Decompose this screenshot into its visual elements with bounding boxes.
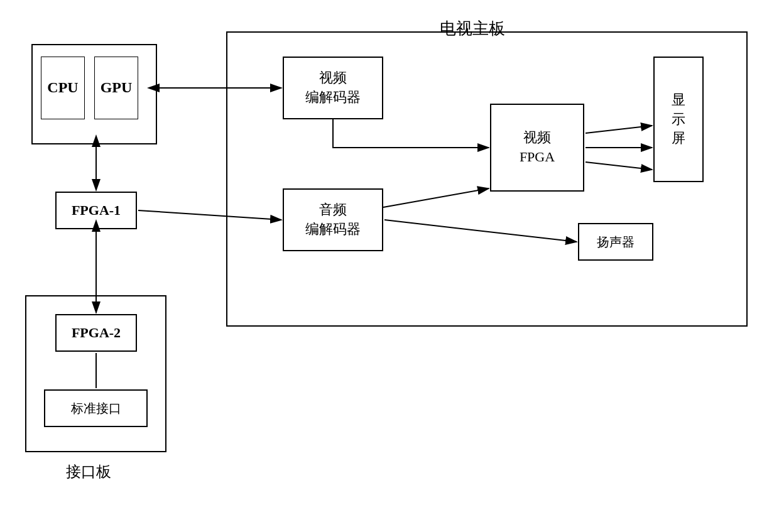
fpga2-box: FPGA-2 xyxy=(55,314,137,352)
diagram-container: 电视主板 CPU GPU FPGA-1 视频编解码器 音频编解码器 视频FPGA… xyxy=(13,13,766,521)
video-fpga-label: 视频FPGA xyxy=(520,128,555,167)
display-label: 显示屏 xyxy=(672,90,685,148)
fpga1-box: FPGA-1 xyxy=(55,192,137,229)
audio-codec-box: 音频编解码器 xyxy=(283,188,383,251)
speaker-box: 扬声器 xyxy=(578,223,653,261)
video-fpga-box: 视频FPGA xyxy=(490,104,584,192)
std-interface-box: 标准接口 xyxy=(44,389,148,427)
interface-board-label: 接口板 xyxy=(66,462,111,482)
video-codec-box: 视频编解码器 xyxy=(283,57,383,119)
display-box: 显示屏 xyxy=(653,57,704,182)
tv-mainboard-label: 电视主板 xyxy=(440,18,505,40)
cpu-box: CPU xyxy=(41,57,85,119)
video-codec-label: 视频编解码器 xyxy=(305,68,361,107)
audio-codec-label: 音频编解码器 xyxy=(305,200,361,239)
gpu-box: GPU xyxy=(94,57,138,119)
